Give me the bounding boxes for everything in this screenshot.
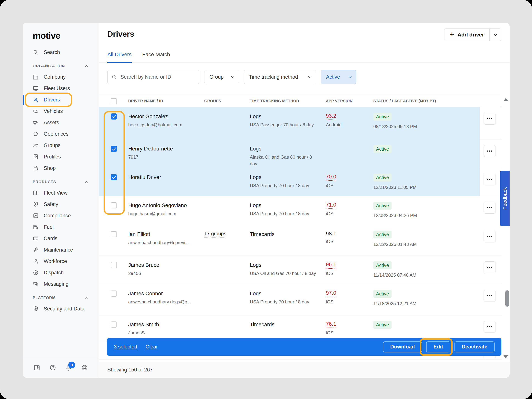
status-badge: Active <box>373 113 392 121</box>
resources-icon[interactable] <box>33 364 40 371</box>
tab-face-match[interactable]: Face Match <box>142 51 170 63</box>
table-row[interactable]: Ian Elliottanwesha.chaudhary+tcprevi...1… <box>99 225 501 256</box>
search-input[interactable] <box>120 74 195 80</box>
tab-all-drivers[interactable]: All Drivers <box>107 51 132 63</box>
selected-count-link[interactable]: 3 selected <box>114 344 137 350</box>
row-actions-cell <box>480 315 501 333</box>
groups-cell <box>204 315 250 321</box>
status-badge: Active <box>373 290 392 298</box>
clear-selection-link[interactable]: Clear <box>146 344 158 350</box>
tracking-method-detail: USA Oil and Gas 70 hour / 8 day <box>250 270 320 277</box>
scroll-up-arrow[interactable] <box>503 98 508 101</box>
row-menu-button[interactable] <box>484 202 496 214</box>
row-menu-button[interactable] <box>484 321 496 333</box>
motive-logo: motive <box>33 30 99 41</box>
edit-button[interactable]: Edit <box>426 342 450 352</box>
row-checkbox[interactable] <box>111 174 117 180</box>
sidebar-item-company[interactable]: Company <box>23 71 99 83</box>
add-driver-button[interactable]: + Add driver <box>444 29 489 41</box>
row-actions-cell <box>480 225 501 242</box>
sidebar-item-profiles[interactable]: Profiles <box>23 151 99 162</box>
sidebar-item-fuel[interactable]: Fuel <box>23 221 99 233</box>
sidebar-item-label: Maintenance <box>44 247 73 253</box>
row-menu-button[interactable] <box>484 290 496 302</box>
sidebar-item-groups[interactable]: Groups <box>23 140 99 151</box>
app-version-outdated-link[interactable]: 76.1 <box>326 321 336 328</box>
sidebar-item-label: Safety <box>44 201 58 207</box>
sidebar-item-compliance[interactable]: Compliance <box>23 210 99 221</box>
sidebar-item-maintenance[interactable]: Maintenance <box>23 244 99 256</box>
deactivate-button[interactable]: Deactivate <box>455 342 494 352</box>
row-menu-button[interactable] <box>484 261 496 273</box>
tracking-method: Logs <box>250 174 320 181</box>
sidebar-section-organization[interactable]: ORGANIZATION <box>23 61 99 71</box>
screen-backdrop: motive SearchORGANIZATIONCompanyFleet Us… <box>0 0 532 399</box>
truck-icon <box>33 108 39 114</box>
sidebar-item-dispatch[interactable]: Dispatch <box>23 267 99 278</box>
add-driver-menu-button[interactable] <box>489 29 501 41</box>
tracking-method-detail: USA Property 70 hour / 8 day <box>250 210 320 217</box>
sidebar-section-products[interactable]: PRODUCTS <box>23 177 99 187</box>
table-row[interactable]: Horatiu DriverLogsUSA Property 70 hour /… <box>99 168 501 196</box>
time-tracking-cell: LogsUSA Oil and Gas 70 hour / 8 day <box>250 256 326 277</box>
group-filter-dropdown[interactable]: Group <box>204 70 239 84</box>
row-menu-button[interactable] <box>484 174 496 185</box>
notifications-icon[interactable]: 9 <box>65 364 72 371</box>
sidebar-item-workforce[interactable]: Workforce <box>23 256 99 267</box>
tab-bar: All DriversFace Match <box>107 51 170 63</box>
sidebar-item-cards[interactable]: Cards <box>23 233 99 244</box>
scroll-down-arrow[interactable] <box>503 355 508 358</box>
sidebar-item-vehicles[interactable]: Vehicles <box>23 105 99 117</box>
table-row[interactable]: Héctor Gonzalezheco_gsdup@hotmail.comLog… <box>99 107 501 139</box>
row-checkbox[interactable] <box>111 262 117 268</box>
row-checkbox[interactable] <box>111 322 117 328</box>
app-version-outdated-link[interactable]: 71.0 <box>326 202 336 209</box>
row-checkbox[interactable] <box>111 202 117 209</box>
row-checkbox[interactable] <box>111 231 117 237</box>
help-icon[interactable] <box>49 364 56 371</box>
sidebar-item-fleet-users[interactable]: Fleet Users <box>23 83 99 94</box>
row-checkbox[interactable] <box>111 291 117 297</box>
status-filter-dropdown[interactable]: Active <box>321 70 356 84</box>
main-content: Drivers + Add driver All DriversFace Mat… <box>99 23 510 378</box>
driver-search-field[interactable] <box>107 70 199 84</box>
sidebar-item-assets[interactable]: Assets <box>23 117 99 128</box>
row-menu-button[interactable] <box>484 231 496 242</box>
row-menu-button[interactable] <box>484 145 496 157</box>
row-checkbox[interactable] <box>111 146 117 152</box>
sidebar-section-platform[interactable]: PLATFORM <box>23 292 99 303</box>
add-driver-label: Add driver <box>457 32 484 38</box>
app-version-outdated-link[interactable]: 96.1 <box>326 261 336 269</box>
sidebar-item-geofences[interactable]: Geofences <box>23 128 99 140</box>
row-checkbox-cell <box>107 196 128 209</box>
row-actions-cell <box>480 168 501 185</box>
sidebar-item-search[interactable]: Search <box>23 47 99 58</box>
table-row[interactable]: Henry DeJournette7917LogsAlaska Oil and … <box>99 139 501 168</box>
table-row[interactable]: Hugo Antonio Segovianohugo.hasm@gmail.co… <box>99 196 501 225</box>
table-row[interactable]: James Bruce29456LogsUSA Oil and Gas 70 h… <box>99 256 501 284</box>
sidebar-item-fleet-view[interactable]: Fleet View <box>23 187 99 199</box>
sidebar-item-messaging[interactable]: Messaging <box>23 278 99 290</box>
row-menu-button[interactable] <box>484 113 496 125</box>
status-cell: Active08/18/2025 09:18 PM <box>373 107 480 130</box>
sidebar-item-security-and-data[interactable]: Security and Data <box>23 303 99 314</box>
app-version-outdated-link[interactable]: 97.0 <box>326 290 336 297</box>
feedback-tab[interactable]: Feedback <box>500 171 510 226</box>
app-version-outdated-link[interactable]: 70.0 <box>326 174 336 181</box>
row-checkbox[interactable] <box>111 114 117 120</box>
select-all-checkbox[interactable] <box>111 98 117 104</box>
table-row[interactable]: James SmithJamesSTimecards76.1iOSActive <box>99 315 501 342</box>
sidebar-item-drivers[interactable]: Drivers <box>23 94 99 105</box>
filter-bar: Group Time tracking method Active <box>99 63 510 95</box>
app-version-outdated-link[interactable]: 93.2 <box>326 113 336 120</box>
profile-gear-icon <box>33 154 39 160</box>
status-filter-value: Active <box>326 74 340 80</box>
table-row[interactable]: James Connoranwesha.chaudhary+logs@g...L… <box>99 284 501 315</box>
download-button[interactable]: Download <box>383 342 422 352</box>
sidebar-item-safety[interactable]: Safety <box>23 199 99 210</box>
account-icon[interactable] <box>81 364 88 371</box>
sidebar-item-shop[interactable]: Shop <box>23 162 99 174</box>
scrollbar-thumb[interactable] <box>505 290 509 307</box>
groups-link[interactable]: 17 groups <box>204 231 226 238</box>
time-tracking-filter-dropdown[interactable]: Time tracking method <box>244 70 316 84</box>
